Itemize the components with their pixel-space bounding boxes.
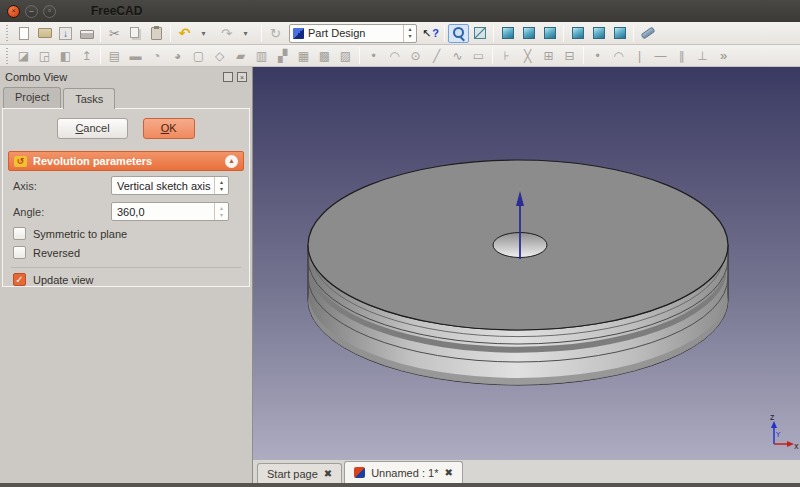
collapse-section-icon[interactable]: ▴ — [225, 155, 238, 168]
view-axonometric-button[interactable] — [469, 24, 490, 43]
3d-viewport[interactable]: z Y x — [253, 67, 800, 460]
trim-edge-button[interactable]: ╳ — [517, 46, 538, 65]
fillet-button[interactable]: ▢ — [188, 46, 209, 65]
reversed-checkbox[interactable] — [13, 246, 26, 259]
tab-start-page[interactable]: Start page ✖ — [257, 463, 342, 483]
undo-icon: ↶ — [179, 25, 191, 41]
external-geometry-button[interactable]: ⊞ — [538, 46, 559, 65]
axis-select-spinner[interactable]: ▴▾ — [214, 177, 228, 194]
refresh-button[interactable]: ↻ — [265, 24, 286, 43]
toolbar-grip[interactable] — [4, 25, 11, 41]
revolution-parameters-title: Revolution parameters — [33, 155, 225, 167]
paste-button[interactable] — [146, 24, 167, 43]
create-rectangle-button[interactable]: ▭ — [468, 46, 489, 65]
angle-spinner[interactable]: ▴▾ — [214, 203, 228, 220]
save-file-button[interactable]: ↓ — [55, 24, 76, 43]
view-front-icon — [502, 27, 514, 39]
constraint-vertical-button[interactable]: | — [629, 46, 650, 65]
carbon-copy-button[interactable]: ⊟ — [559, 46, 580, 65]
view-front-button[interactable] — [497, 24, 518, 43]
axis-select[interactable]: Vertical sketch axis ▴▾ — [111, 176, 229, 195]
create-circle-button[interactable]: ⊙ — [405, 46, 426, 65]
window-maximize-button[interactable]: ▫ — [43, 5, 56, 18]
sketch-leave-button[interactable]: ↥ — [76, 46, 97, 65]
revolved-solid[interactable] — [308, 160, 728, 385]
constraint-coincident-button[interactable]: • — [587, 46, 608, 65]
sketch-map-button[interactable]: ◧ — [55, 46, 76, 65]
sketch-axes-icon: ⊦ — [503, 49, 509, 63]
groove-button[interactable]: ◕ — [167, 46, 188, 65]
symmetric-to-plane-checkbox[interactable] — [13, 227, 26, 240]
tab-tasks[interactable]: Tasks — [63, 88, 115, 109]
open-file-button[interactable] — [34, 24, 55, 43]
tab-unnamed-document[interactable]: Unnamed : 1* ✖ — [344, 461, 463, 483]
revolution-icon: ↺ — [14, 156, 27, 167]
pattern-linear-button[interactable]: ▦ — [293, 46, 314, 65]
create-point-button[interactable]: • — [363, 46, 384, 65]
constraint-parallel-button[interactable]: ∥ — [671, 46, 692, 65]
view-bottom-button[interactable] — [588, 24, 609, 43]
redo-dropdown-button[interactable]: ▾ — [237, 24, 258, 43]
view-fit-all-button[interactable] — [448, 24, 469, 43]
undo-button[interactable]: ↶ — [174, 24, 195, 43]
sketch-edit-button[interactable]: ◲ — [34, 46, 55, 65]
revolution-parameters-header[interactable]: ↺ Revolution parameters ▴ — [8, 151, 244, 171]
toolbar-overflow-button[interactable]: » — [713, 46, 734, 65]
draft-button[interactable]: ▰ — [230, 46, 251, 65]
panel-close-icon[interactable]: × — [237, 72, 247, 82]
panel-float-icon[interactable] — [223, 72, 233, 82]
chamfer-icon: ◇ — [215, 49, 224, 63]
pattern-polar-button[interactable]: ▩ — [314, 46, 335, 65]
ok-button[interactable]: OK — [143, 118, 195, 139]
checkbox-separator — [11, 267, 241, 268]
carbon-copy-icon: ⊟ — [564, 49, 574, 63]
revolution-button[interactable]: ◔ — [146, 46, 167, 65]
view-rear-button[interactable] — [567, 24, 588, 43]
angle-row: Angle: 360,0 ▴▾ — [3, 197, 249, 223]
angle-input[interactable]: 360,0 ▴▾ — [111, 202, 229, 221]
redo-button[interactable]: ↷ — [216, 24, 237, 43]
chamfer-button[interactable]: ◇ — [209, 46, 230, 65]
new-file-button[interactable] — [13, 24, 34, 43]
create-circle-icon: ⊙ — [410, 49, 420, 63]
window-close-button[interactable]: × — [7, 5, 20, 18]
create-polyline-button[interactable]: ∿ — [447, 46, 468, 65]
create-arc-button[interactable]: ◠ — [384, 46, 405, 65]
cut-button[interactable]: ✂ — [104, 24, 125, 43]
pattern-mirrored-button[interactable]: ▞ — [272, 46, 293, 65]
view-top-button[interactable] — [518, 24, 539, 43]
toolbar-separator — [359, 47, 360, 64]
close-tab-icon[interactable]: ✖ — [444, 468, 452, 478]
toolbar2-grip[interactable] — [4, 48, 11, 64]
sketch-new-button[interactable]: ◪ — [13, 46, 34, 65]
view-right-button[interactable] — [539, 24, 560, 43]
tab-project[interactable]: Project — [3, 87, 61, 108]
view-left-button[interactable] — [609, 24, 630, 43]
undo-dropdown-button[interactable]: ▾ — [195, 24, 216, 43]
sketch-axes-button[interactable]: ⊦ — [496, 46, 517, 65]
update-view-checkbox[interactable]: ✓ — [13, 273, 26, 286]
pad-button[interactable]: ▤ — [104, 46, 125, 65]
workbench-selector[interactable]: Part Design ▴▾ — [289, 24, 417, 43]
constraint-perpendicular-button[interactable]: ⊥ — [692, 46, 713, 65]
view-left-icon — [614, 27, 626, 39]
window-minimize-button[interactable]: – — [25, 5, 38, 18]
toolbar-separator — [100, 25, 101, 42]
thickness-button[interactable]: ▥ — [251, 46, 272, 65]
pattern-linear-icon: ▦ — [298, 49, 309, 63]
trim-edge-icon: ╳ — [524, 49, 531, 63]
print-button[interactable] — [76, 24, 97, 43]
workbench-spinner[interactable]: ▴▾ — [403, 25, 416, 42]
copy-icon — [130, 27, 139, 38]
pocket-button[interactable]: ▬ — [125, 46, 146, 65]
copy-button[interactable] — [125, 24, 146, 43]
constraint-horizontal-button[interactable]: — — [650, 46, 671, 65]
create-point-icon: • — [371, 49, 375, 63]
cancel-button[interactable]: Cancel — [57, 118, 127, 139]
measure-distance-button[interactable] — [637, 24, 658, 43]
pattern-multitransform-button[interactable]: ▨ — [335, 46, 356, 65]
close-tab-icon[interactable]: ✖ — [324, 469, 332, 479]
create-line-button[interactable]: ╱ — [426, 46, 447, 65]
create-fillet-button[interactable]: ◠ — [608, 46, 629, 65]
whats-this-button[interactable]: ? — [420, 24, 441, 43]
